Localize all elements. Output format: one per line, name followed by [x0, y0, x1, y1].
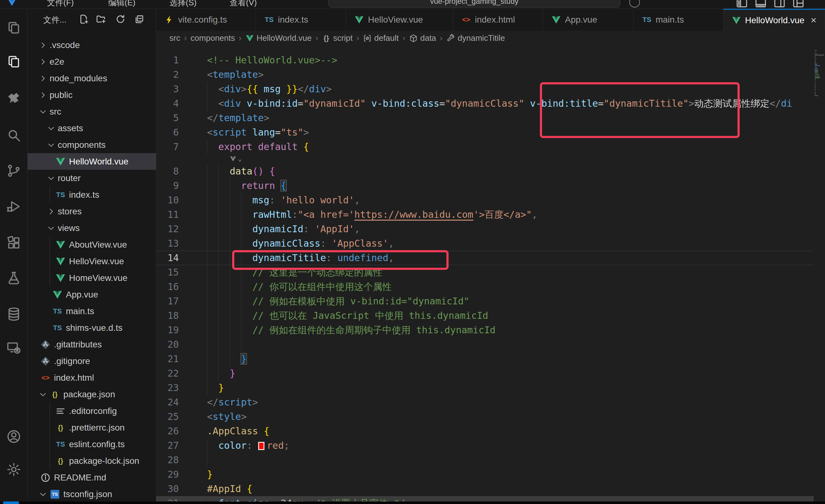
breadcrumb-item-HelloWorld.vue[interactable]: HelloWorld.vue [245, 33, 312, 43]
code-line-18[interactable]: 18// 也可以在 JavaScript 中使用 this.dynamicId [156, 308, 814, 323]
run-debug-icon[interactable] [6, 199, 21, 214]
code-text: dynamicClass: 'AppClass', [252, 236, 394, 251]
toggle-secondary-sidebar-icon[interactable] [773, 0, 786, 9]
database-icon[interactable] [6, 307, 21, 322]
code-line-20[interactable]: 20 [156, 337, 814, 352]
code-line-21[interactable]: 21} [156, 352, 814, 366]
code-line-9[interactable]: 9return { [156, 178, 814, 193]
code-line-19[interactable]: 19// 例如在组件的生命周期钩子中使用 this.dynamicId [156, 323, 814, 337]
tree-item-HomeView.vue[interactable]: HomeView.vue [27, 270, 156, 286]
code-line-17[interactable]: 17// 例如在模板中使用 v-bind:id="dynamicId" [156, 294, 814, 308]
indent-guide [207, 352, 207, 366]
code-line-27[interactable]: 27color: red; [156, 438, 814, 453]
tab-vite.config.ts[interactable]: vite.config.ts [156, 9, 256, 31]
code-editor[interactable]: 1<!-- HelloWorld.vue>-->2<template>3<div… [156, 46, 825, 502]
tree-item-package-lock.json[interactable]: {}package-lock.json [27, 452, 156, 469]
tree-item-shims-vue.d.ts[interactable]: TSshims-vue.d.ts [27, 319, 156, 336]
minimap[interactable] [814, 50, 825, 502]
files-active-icon[interactable] [6, 54, 21, 69]
tab-index.ts[interactable]: TSindex.ts [256, 9, 346, 31]
code-line-16[interactable]: 16// 你可以在组件中使用这个属性 [156, 280, 814, 294]
customize-layout-icon[interactable] [792, 0, 805, 9]
breadcrumb-label: components [191, 33, 235, 43]
menu-item-3[interactable]: 选择(S) [169, 0, 197, 9]
code-line-2[interactable]: 2<template> [156, 67, 814, 82]
tree-item-node_modules[interactable]: node_modules [27, 70, 156, 87]
breadcrumb-item-components[interactable]: components [191, 33, 235, 43]
tree-item-.gitattributes[interactable]: .gitattributes [27, 336, 156, 353]
tab-index.html[interactable]: <>index.html [453, 9, 543, 31]
new-file-button[interactable] [78, 14, 89, 24]
tree-item-e2e[interactable]: e2e [27, 53, 156, 70]
indent-guide [230, 265, 230, 280]
tree-item-HelloView.vue[interactable]: HelloView.vue [27, 253, 156, 270]
tree-item-index.html[interactable]: <>index.html [27, 369, 156, 386]
tree-item-index.ts[interactable]: TSindex.ts [27, 187, 156, 203]
command-center[interactable]: vue-project_gaming_study [328, 0, 620, 7]
tab-HelloView.vue[interactable]: HelloView.vue [346, 9, 453, 31]
files-icon[interactable] [6, 20, 21, 35]
refresh-button[interactable] [115, 14, 126, 24]
breadcrumb-item-data[interactable]: data [409, 33, 436, 43]
tree-item-.prettierrc.json[interactable]: {}.prettierrc.json [27, 419, 156, 436]
close-tab-icon[interactable]: × [804, 14, 817, 26]
code-line-13[interactable]: 13dynamicClass: 'AppClass', [156, 236, 814, 251]
test-beaker-icon[interactable] [6, 271, 21, 286]
tree-item-README.md[interactable]: README.md [27, 469, 156, 486]
code-line-29[interactable]: 29} [156, 467, 814, 482]
tree-item-src[interactable]: src [27, 103, 156, 120]
tab-main.ts[interactable]: TSmain.ts [634, 9, 723, 31]
tree-item-components[interactable]: components [27, 137, 156, 153]
code-line-25[interactable]: 25<style> [156, 410, 814, 424]
menu-item-2[interactable]: 编辑(E) [108, 0, 136, 9]
code-line-7[interactable]: 7export default { [156, 140, 814, 154]
account-icon[interactable] [6, 429, 21, 444]
breadcrumb-item-script[interactable]: {}script [322, 33, 353, 43]
tree-item-tsconfig.json[interactable]: TStsconfig.json [27, 486, 156, 502]
code-line-11[interactable]: 11rawHtml:"<a href='https://www.baidu.co… [156, 207, 814, 222]
tree-item-eslint.config.ts[interactable]: TSeslint.config.ts [27, 436, 156, 452]
code-line-23[interactable]: 23} [156, 381, 814, 395]
tree-item-package.json[interactable]: {}package.json [27, 386, 156, 403]
assistant-logo-icon[interactable] [6, 91, 21, 106]
menu-item-1[interactable]: 文件(F) [47, 0, 74, 9]
code-line-8[interactable]: 8data() { [156, 164, 814, 178]
tree-item-HelloWorld.vue[interactable]: HelloWorld.vue [27, 153, 156, 170]
new-folder-button[interactable] [96, 14, 106, 24]
tree-item-AboutView.vue[interactable]: AboutView.vue [27, 236, 156, 253]
code-line-10[interactable]: 10msg: 'hello world', [156, 193, 814, 207]
collapse-all-button[interactable] [134, 14, 144, 24]
code-line-22[interactable]: 22} [156, 366, 814, 381]
toggle-sidebar-icon[interactable] [736, 0, 748, 9]
tab-App.vue[interactable]: App.vue [543, 9, 634, 31]
tree-item-stores[interactable]: stores [27, 203, 156, 220]
code-line-28[interactable]: 28 [156, 453, 814, 467]
settings-gear-icon[interactable] [6, 462, 21, 477]
search-icon[interactable] [6, 128, 21, 143]
vue-codelens-icon[interactable]: ⌄ [230, 155, 242, 162]
tree-item-router[interactable]: router [27, 170, 156, 187]
extensions-icon[interactable] [6, 235, 21, 250]
code-line-26[interactable]: 26.AppClass { [156, 424, 814, 438]
breadcrumb-item-default[interactable]: default [363, 33, 399, 43]
tree-item-views[interactable]: views [27, 220, 156, 236]
code-line-30[interactable]: 30#AppId { [156, 482, 814, 496]
code-line-1[interactable]: 1<!-- HelloWorld.vue>--> [156, 53, 814, 67]
tree-item-assets[interactable]: assets [27, 120, 156, 137]
source-control-icon[interactable] [6, 163, 21, 178]
remote-explorer-icon[interactable] [6, 340, 21, 355]
menu-item-4[interactable]: 查看(V) [230, 0, 257, 9]
breadcrumb-item-src[interactable]: src [169, 33, 180, 43]
toggle-panel-icon[interactable] [754, 0, 767, 9]
tree-item-.gitignore[interactable]: .gitignore [27, 353, 156, 369]
tree-item-App.vue[interactable]: App.vue [27, 286, 156, 303]
breadcrumb-item-dynamicTitile[interactable]: dynamicTitile [446, 33, 505, 43]
tree-item-main.ts[interactable]: TSmain.ts [27, 303, 156, 319]
tree-item-.vscode[interactable]: .vscode [27, 37, 156, 53]
code-line-24[interactable]: 24</script> [156, 395, 814, 410]
tree-item-.editorconfig[interactable]: .editorconfig [27, 403, 156, 419]
tab-HelloWorld.vue[interactable]: HelloWorld.vue× [723, 9, 825, 31]
tree-item-public[interactable]: public [27, 87, 156, 103]
code-line-31[interactable]: 31font-size: 24px; /* 设置大号字体 */ [156, 496, 814, 502]
code-line-12[interactable]: 12dynamicId: 'AppId', [156, 222, 814, 236]
